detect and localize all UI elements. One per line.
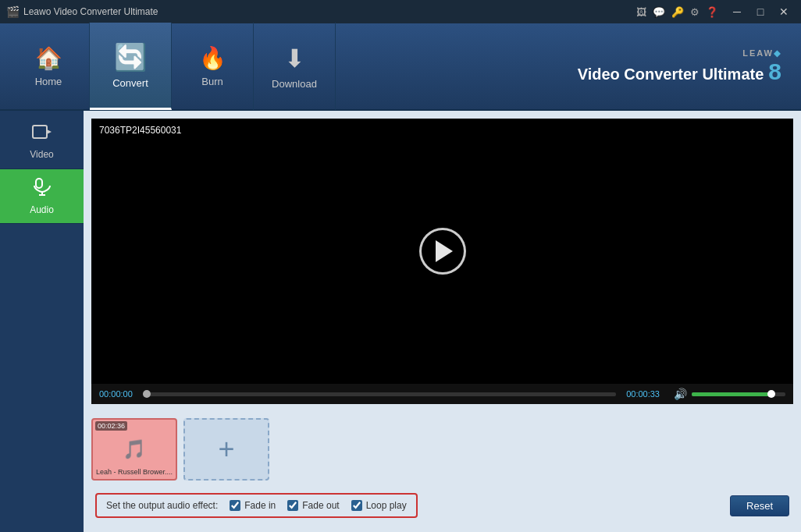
- fade-out-group: Fade out: [287, 500, 339, 511]
- file-list: 00:02:36 🎵 Leah - Russell Brower.... +: [91, 412, 793, 487]
- app-title: Leawo Video Converter Ultimate: [23, 6, 636, 17]
- audio-file-icon: 🎵: [123, 438, 146, 460]
- brand: LEAW◆ Video Converter Ultimate 8: [578, 48, 793, 85]
- volume-thumb: [767, 390, 775, 398]
- fade-out-checkbox[interactable]: [287, 500, 298, 511]
- nav-bar: 🏠 Home 🔄 Convert 🔥 Burn ⬇ Download: [8, 23, 336, 109]
- burn-icon: 🔥: [199, 45, 226, 71]
- top-toolbar: 🏠 Home 🔄 Convert 🔥 Burn ⬇ Download LEAW◆…: [0, 23, 801, 111]
- volume-icon: 🔊: [674, 388, 687, 400]
- play-triangle-icon: [436, 240, 453, 262]
- sidebar-item-video[interactable]: Video: [0, 115, 84, 169]
- loop-play-group: Loop play: [351, 500, 407, 511]
- file-name: Leah - Russell Brower....: [93, 466, 176, 477]
- sidebar-item-audio[interactable]: Audio: [0, 169, 84, 224]
- fade-out-label: Fade out: [302, 500, 339, 511]
- progress-bar[interactable]: [143, 392, 616, 396]
- nav-home[interactable]: 🏠 Home: [8, 23, 90, 110]
- sidebar: Video Audio: [0, 111, 84, 532]
- effects-row: Set the output audio effect: Fade in Fad…: [91, 487, 793, 524]
- total-time: 00:00:33: [626, 389, 660, 399]
- main-layout: Video Audio 7036TP2I45560031: [0, 111, 801, 532]
- reset-side: Reset: [730, 495, 789, 516]
- video-player: 7036TP2I45560031 00:00:00 00:00:33 🔊: [91, 119, 793, 404]
- time-row: 00:00:00 00:00:33 🔊: [99, 388, 785, 400]
- sidebar-audio-label: Audio: [30, 204, 54, 215]
- nav-burn[interactable]: 🔥 Burn: [172, 23, 254, 110]
- svg-rect-2: [36, 179, 42, 188]
- key-icon[interactable]: 🔑: [671, 6, 684, 18]
- chat-icon[interactable]: 💬: [653, 6, 665, 18]
- help-icon[interactable]: ❓: [706, 6, 718, 18]
- add-icon: +: [218, 435, 234, 463]
- maximize-button[interactable]: □: [749, 4, 771, 20]
- svg-rect-0: [33, 126, 47, 138]
- settings-icon[interactable]: ⚙: [690, 6, 700, 18]
- brand-leawo: LEAW◆: [742, 48, 781, 59]
- window-controls: ─ □ ✕: [726, 4, 795, 20]
- fade-in-label: Fade in: [244, 500, 276, 511]
- screenshot-icon[interactable]: 🖼: [636, 6, 646, 18]
- sidebar-video-label: Video: [30, 149, 53, 160]
- brand-version: 8: [768, 59, 781, 85]
- app-icon: 🎬: [6, 5, 20, 18]
- player-screen: [91, 119, 793, 384]
- play-button[interactable]: [419, 228, 466, 275]
- titlebar-icons: 🖼 💬 🔑 ⚙ ❓: [636, 6, 718, 18]
- nav-download[interactable]: ⬇ Download: [254, 23, 336, 110]
- video-icon: [32, 123, 52, 145]
- loop-play-checkbox[interactable]: [351, 500, 362, 511]
- titlebar: 🎬 Leawo Video Converter Ultimate 🖼 💬 🔑 ⚙…: [0, 0, 801, 23]
- nav-home-label: Home: [35, 76, 62, 87]
- fade-in-checkbox[interactable]: [230, 500, 240, 511]
- content-area: 7036TP2I45560031 00:00:00 00:00:33 🔊: [84, 111, 801, 532]
- svg-marker-1: [47, 129, 52, 134]
- progress-thumb: [143, 390, 151, 398]
- nav-convert[interactable]: 🔄 Convert: [90, 23, 172, 110]
- brand-product-name: Video Converter Ultimate: [578, 66, 764, 83]
- home-icon: 🏠: [35, 45, 62, 71]
- reset-button[interactable]: Reset: [730, 495, 789, 516]
- current-time: 00:00:00: [99, 389, 133, 399]
- nav-convert-label: Convert: [112, 77, 148, 89]
- filename-label: 7036TP2I45560031: [99, 125, 181, 136]
- audio-icon: [33, 177, 52, 200]
- fade-in-group: Fade in: [230, 500, 276, 511]
- file-item-0[interactable]: 00:02:36 🎵 Leah - Russell Brower....: [91, 418, 177, 481]
- minimize-button[interactable]: ─: [726, 4, 748, 20]
- volume-bar[interactable]: [692, 392, 785, 396]
- audio-effects-box: Set the output audio effect: Fade in Fad…: [95, 493, 418, 518]
- effects-label: Set the output audio effect:: [106, 500, 218, 511]
- convert-icon: 🔄: [114, 41, 147, 73]
- close-button[interactable]: ✕: [773, 4, 795, 20]
- loop-play-label: Loop play: [366, 500, 407, 511]
- download-icon: ⬇: [284, 44, 305, 73]
- nav-burn-label: Burn: [201, 76, 222, 87]
- volume-fill: [692, 392, 771, 396]
- add-file-button[interactable]: +: [183, 418, 269, 481]
- nav-download-label: Download: [272, 78, 317, 90]
- player-controls: 00:00:00 00:00:33 🔊: [91, 384, 793, 404]
- file-duration: 00:02:36: [95, 421, 127, 431]
